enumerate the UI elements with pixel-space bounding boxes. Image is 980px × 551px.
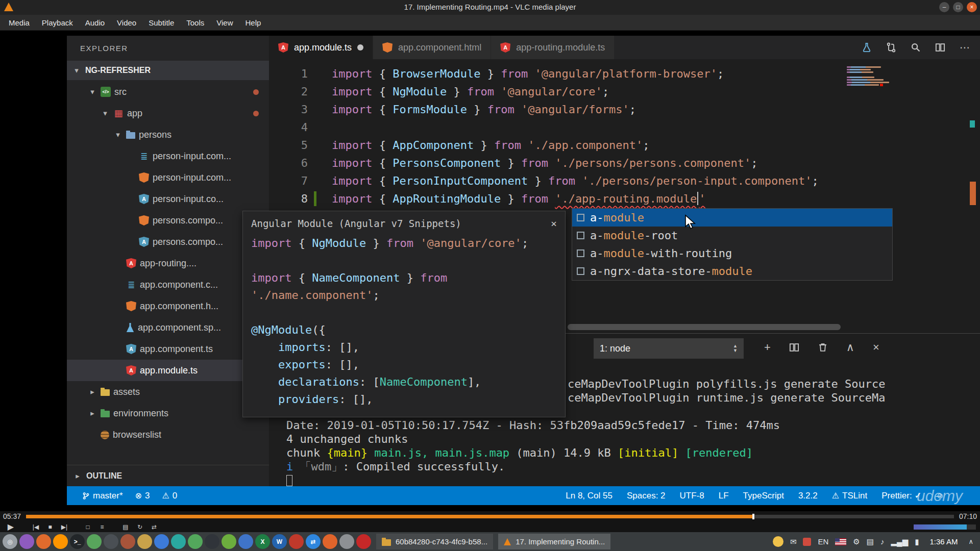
tab-app-module-ts[interactable]: Aapp.module.ts (269, 36, 373, 59)
clipboard-tray-icon[interactable]: ▤ (867, 537, 874, 546)
close-icon[interactable]: × (551, 217, 557, 230)
battery-tray-icon[interactable]: ▮ (915, 537, 919, 546)
terminal-icon[interactable]: >_ (70, 534, 85, 549)
status-master[interactable]: master* (82, 491, 123, 501)
menu-media[interactable]: Media (3, 16, 35, 29)
search-icon[interactable] (911, 42, 921, 53)
new-terminal-icon[interactable]: + (764, 341, 771, 354)
close-button[interactable]: × (967, 2, 977, 12)
status-typescript[interactable]: TypeScript (743, 491, 784, 501)
terminal-selector[interactable]: 1: node ▲▼ (594, 338, 744, 359)
orange-app-icon[interactable] (36, 534, 51, 549)
tree-item-person-input-co[interactable]: Aperson-input.co... (67, 188, 269, 210)
horizontal-scrollbar[interactable] (568, 324, 841, 330)
kde-app-icon[interactable] (238, 534, 253, 549)
screenshot-tool-icon[interactable]: ◎ (3, 534, 17, 549)
tree-item-person-input-com[interactable]: person-input.com... (67, 167, 269, 188)
status-3-2-2[interactable]: 3.2.2 (798, 491, 818, 501)
tree-item-app-component-h[interactable]: app.component.h... (67, 295, 269, 317)
tree-item-assets[interactable]: ▸assets (67, 381, 269, 403)
menu-help[interactable]: Help (240, 16, 267, 29)
menu-video[interactable]: Video (111, 16, 142, 29)
chromium-icon[interactable] (188, 534, 203, 549)
tree-item-app-routing[interactable]: Aapp-routing....1 (67, 253, 269, 274)
status-ln-8-col-55[interactable]: Ln 8, Col 55 (566, 491, 612, 501)
tree-item-app-component-c[interactable]: ≣app.component.c... (67, 274, 269, 295)
mail-notifier-icon[interactable]: ✉ (790, 537, 797, 546)
green-app-icon[interactable] (87, 534, 102, 549)
status-0[interactable]: ⚠0 (162, 491, 177, 501)
line-number[interactable]: 2 (269, 83, 308, 101)
seek-handle[interactable] (752, 514, 754, 519)
tree-item-persons[interactable]: ▾persons (67, 124, 269, 145)
status-lf[interactable]: LF (719, 491, 729, 501)
libreoffice-writer-icon[interactable]: W (272, 534, 287, 549)
tree-item-persons-compo[interactable]: Apersons.compo... (67, 231, 269, 253)
keyboard-layout-indicator[interactable]: EN (818, 537, 828, 546)
settings-tray-icon[interactable]: ⚙ (853, 537, 860, 546)
playlist-button[interactable]: ▤ (120, 523, 131, 531)
taskbar-window-17-implementing-routin[interactable]: 17. Implementing Routin... (498, 534, 610, 549)
libreoffice-calc-icon[interactable]: X (255, 534, 270, 549)
tree-item-src[interactable]: ▾</>src (67, 81, 269, 103)
keepass-icon[interactable] (803, 538, 811, 546)
code-line-8[interactable]: 8import { AppRoutingModule } from './app… (269, 190, 980, 208)
menu-playback[interactable]: Playback (36, 16, 79, 29)
video-area[interactable]: EXPLORER ▾ NG-REFRESHER ▾</>src▾▦app▾per… (0, 31, 980, 511)
minimize-button[interactable]: – (939, 2, 949, 12)
explorer-section-header[interactable]: ▾ NG-REFRESHER (67, 61, 269, 80)
dark-app-icon[interactable] (205, 534, 219, 549)
code-line-3[interactable]: 3import { FormsModule } from '@angular/f… (269, 101, 980, 118)
files-icon[interactable] (104, 534, 118, 549)
status-tslint[interactable]: ⚠TSLint (832, 491, 867, 501)
line-number[interactable]: 5 (269, 136, 308, 154)
taskbar-window-60b84280-c743-4fc9-b58[interactable]: 60b84280-c743-4fc9-b58... (376, 534, 493, 549)
blue-app-icon[interactable] (154, 534, 169, 549)
show-desktop-chevron-icon[interactable]: ∧ (968, 538, 977, 545)
tab-app-routing-module-ts[interactable]: Aapp-routing.module.ts (491, 36, 615, 59)
close-panel-icon[interactable]: × (873, 341, 879, 354)
line-number[interactable]: 3 (269, 101, 308, 118)
line-number[interactable]: 8 (269, 190, 308, 208)
teal-app-icon[interactable] (171, 534, 186, 549)
menu-audio[interactable]: Audio (80, 16, 110, 29)
overview-ruler[interactable] (969, 59, 977, 333)
code-line-6[interactable]: 6import { PersonsComponent } from './per… (269, 154, 980, 172)
suggestion-a-module-with-routing[interactable]: a-module-with-routing (572, 244, 892, 262)
code-line-5[interactable]: 5import { AppComponent } from './app.com… (269, 136, 980, 154)
status-3[interactable]: ⊗3 (135, 491, 150, 501)
code-line-7[interactable]: 7import { PersonInputComponent } from '.… (269, 172, 980, 190)
gray-app-icon[interactable] (339, 534, 354, 549)
menu-view[interactable]: View (211, 16, 238, 29)
previous-button[interactable]: |◀ (31, 523, 41, 531)
suggestion-a-module-root[interactable]: a-module-root (572, 227, 892, 244)
tree-item-environments[interactable]: ▸environments (67, 403, 269, 424)
tree-item-persons-compo[interactable]: persons.compo... (67, 210, 269, 231)
more-actions-icon[interactable]: ⋯ (960, 41, 970, 54)
play-button[interactable]: ▶ (4, 522, 17, 532)
line-number[interactable]: 4 (269, 118, 308, 136)
kill-terminal-icon[interactable] (818, 342, 828, 353)
fullscreen-button[interactable]: □ (83, 523, 93, 531)
orange-app-icon-2[interactable] (323, 534, 337, 549)
menu-subtitle[interactable]: Subtitle (143, 16, 180, 29)
status-utf-8[interactable]: UTF-8 (680, 491, 704, 501)
firefox-icon[interactable] (53, 534, 68, 549)
outline-section[interactable]: ▸ OUTLINE (67, 465, 269, 486)
us-flag-icon[interactable] (835, 538, 846, 545)
tree-item-app-component-sp[interactable]: app.component.sp... (67, 317, 269, 338)
line-number[interactable]: 6 (269, 154, 308, 172)
maximize-button[interactable]: □ (953, 2, 963, 12)
shuffle-button[interactable]: ⇄ (149, 523, 159, 531)
taskbar-clock[interactable]: 1:36 AM (925, 537, 962, 546)
pin-app-icon[interactable] (356, 534, 371, 549)
tree-item-app-component-ts[interactable]: Aapp.component.ts (67, 338, 269, 360)
thunderbird-icon[interactable] (773, 536, 783, 547)
volume-slider[interactable] (914, 524, 976, 530)
next-button[interactable]: ▶| (59, 523, 69, 531)
suggestion-a-module[interactable]: a-module (572, 209, 892, 227)
tree-item-person-input-com[interactable]: ≣person-input.com... (67, 145, 269, 167)
loop-button[interactable]: ↻ (135, 523, 145, 531)
tree-item-app-module-ts[interactable]: Aapp.module.ts (67, 360, 269, 381)
menu-tools[interactable]: Tools (181, 16, 210, 29)
